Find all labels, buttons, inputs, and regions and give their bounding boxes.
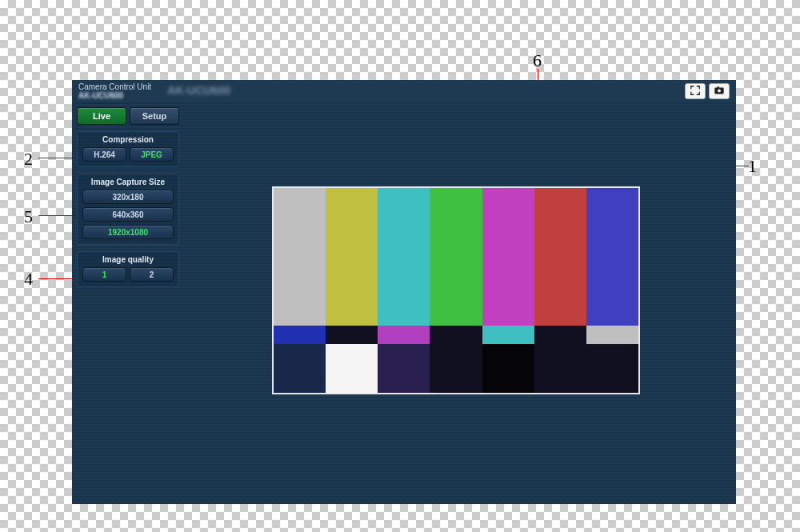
- tab-setup[interactable]: Setup: [130, 107, 179, 125]
- quality-2-button[interactable]: 2: [130, 267, 174, 282]
- sidebar: Live Setup Compression H.264 JPEG Image …: [72, 102, 184, 504]
- titlebar: Camera Control Unit AK-UCU600 AK-UCU600: [72, 80, 736, 102]
- leader-4: [38, 278, 74, 279]
- mode-tabs: Live Setup: [77, 107, 179, 125]
- leader-2: [38, 158, 74, 158]
- fullscreen-icon: [690, 85, 701, 98]
- model-label: AK-UCU600: [78, 91, 151, 100]
- callout-1: 1: [748, 156, 757, 177]
- quality-1-button[interactable]: 1: [82, 267, 126, 282]
- camera-icon: [714, 85, 725, 98]
- compression-h264-button[interactable]: H.264: [82, 147, 126, 162]
- color-bars-top: [274, 188, 638, 326]
- image-quality-panel: Image quality 1 2: [77, 251, 179, 287]
- compression-jpeg-button[interactable]: JPEG: [130, 147, 174, 162]
- live-video-frame[interactable]: [272, 186, 640, 394]
- size-640x360-button[interactable]: 640x360: [82, 207, 174, 222]
- color-bars-bot: [274, 344, 638, 393]
- product-line-label: Camera Control Unit: [78, 82, 151, 91]
- callout-2: 2: [24, 149, 33, 170]
- svg-rect-2: [717, 86, 719, 88]
- size-320x180-button[interactable]: 320x180: [82, 190, 174, 204]
- leader-1: [736, 166, 749, 166]
- callout-4: 4: [24, 269, 33, 290]
- callout-5: 5: [24, 206, 33, 227]
- model-label-large: AK-UCU600: [167, 85, 230, 97]
- tab-live[interactable]: Live: [77, 107, 126, 125]
- app-window: Camera Control Unit AK-UCU600 AK-UCU600: [72, 80, 736, 504]
- compression-panel: Compression H.264 JPEG: [77, 131, 179, 167]
- fullscreen-button[interactable]: [685, 83, 706, 99]
- size-1920x1080-button[interactable]: 1920x1080: [82, 225, 174, 239]
- snapshot-button[interactable]: [709, 83, 730, 99]
- leader-5: [38, 215, 74, 216]
- compression-title: Compression: [82, 135, 174, 144]
- main-area: [184, 102, 736, 504]
- svg-point-1: [718, 90, 721, 93]
- image-quality-title: Image quality: [82, 255, 174, 264]
- color-bars-mid: [274, 326, 638, 344]
- capture-size-panel: Image Capture Size 320x180 640x360 1920x…: [77, 174, 179, 245]
- capture-size-title: Image Capture Size: [82, 178, 174, 186]
